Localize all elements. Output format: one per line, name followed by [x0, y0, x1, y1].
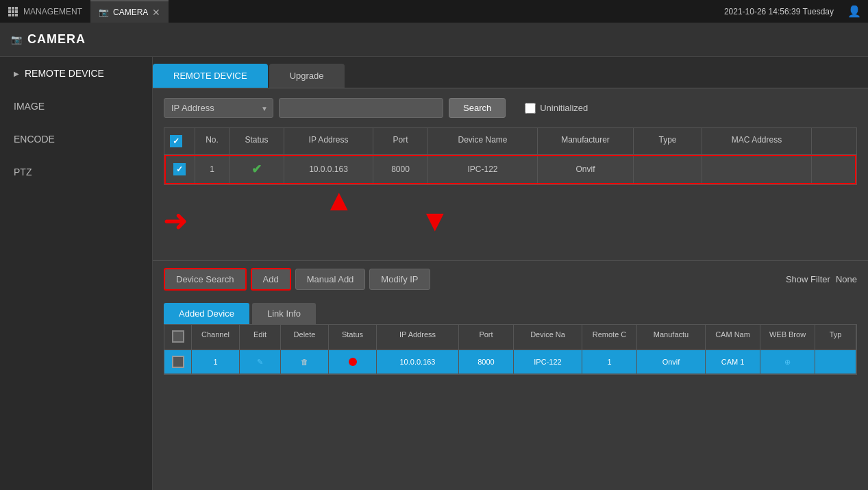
uninitialized-checkbox-group: Uninitialized [525, 103, 588, 114]
uninitialized-label: Uninitialized [540, 103, 588, 113]
col-device-name: Device Name [428, 128, 538, 154]
sidebar-image-label: IMAGE [14, 101, 45, 112]
row-select-checkbox[interactable] [173, 163, 186, 175]
added-row-manufacturer: Onvif [637, 350, 706, 373]
ath-ip: IP Address [377, 325, 459, 350]
ath-channel: Channel [192, 325, 240, 350]
tab-bar: REMOTE DEVICE Upgrade [153, 57, 868, 88]
ath-cam-name: CAM Nam [706, 325, 760, 350]
search-button[interactable]: Search [449, 98, 506, 118]
sidebar-item-remote-device[interactable]: ▶ REMOTE DEVICE [0, 57, 152, 90]
main-layout: ▶ REMOTE DEVICE IMAGE ENCODE PTZ REMOTE … [0, 57, 868, 490]
web-browser-icon[interactable]: ⊕ [784, 358, 791, 367]
sidebar: ▶ REMOTE DEVICE IMAGE ENCODE PTZ [0, 57, 153, 490]
camera-header-title: CAMERA [27, 32, 86, 47]
col-checkbox [164, 128, 195, 154]
search-type-select[interactable]: IP Address [164, 98, 273, 118]
added-row-web-brow[interactable]: ⊕ [760, 350, 815, 373]
added-row-status [329, 350, 377, 373]
grid-icon [8, 7, 18, 16]
camera-tab-icon: 📷 [99, 8, 109, 17]
added-table-row: 1 ✎ 🗑 10.0.0.163 8000 IPC-122 1 Onvif CA… [164, 350, 856, 374]
sidebar-remote-device-label: REMOTE DEVICE [25, 68, 104, 79]
col-mac: MAC Address [702, 128, 812, 154]
show-filter-group: Show Filter None [786, 274, 857, 284]
edit-icon[interactable]: ✎ [257, 358, 263, 367]
ath-manufacturer: Manufactu [637, 325, 706, 350]
tab-upgrade[interactable]: Upgrade [269, 64, 345, 88]
user-icon[interactable]: 👤 [847, 5, 868, 18]
sidebar-ptz-label: PTZ [14, 167, 32, 177]
datetime-display: 2021-10-26 14:56:39 Tuesday [724, 7, 847, 16]
row-status: ✔ [230, 155, 284, 184]
added-row-channel: 1 [192, 350, 240, 373]
camera-header-icon: 📷 [11, 34, 22, 45]
col-type: Type [634, 128, 702, 154]
ath-delete: Delete [281, 325, 329, 350]
tab-remote-device[interactable]: REMOTE DEVICE [153, 64, 268, 88]
added-row-port: 8000 [459, 350, 514, 373]
add-button[interactable]: Add [251, 268, 291, 291]
device-search-button[interactable]: Device Search [164, 268, 247, 291]
row-no: 1 [195, 155, 230, 184]
uninitialized-checkbox[interactable] [525, 103, 536, 114]
arrow-right-indicator: ➜ [163, 206, 188, 236]
camera-tab-label: CAMERA [113, 8, 148, 17]
ath-edit: Edit [240, 325, 281, 350]
col-ip: IP Address [284, 128, 373, 154]
added-row-type [815, 350, 856, 373]
added-row-ip: 10.0.0.163 [377, 350, 459, 373]
manual-add-button[interactable]: Manual Add [295, 269, 366, 290]
added-row-edit[interactable]: ✎ [240, 350, 281, 373]
device-table: No. Status IP Address Port Device Name M… [164, 127, 857, 185]
ath-remote-c: Remote C [582, 325, 637, 350]
added-row-delete[interactable]: 🗑 [281, 350, 329, 373]
ath-status: Status [329, 325, 377, 350]
arrow-up-indicator: ▲ [324, 185, 354, 215]
row-mac [702, 155, 812, 184]
device-table-header: No. Status IP Address Port Device Name M… [164, 128, 856, 155]
filter-value: None [836, 274, 857, 284]
row-ip: 10.0.0.163 [284, 155, 373, 184]
row-device-name: IPC-122 [428, 155, 538, 184]
device-table-row: 1 ✔ 10.0.0.163 8000 IPC-122 Onvif [164, 155, 856, 184]
arrow-down-indicator: ▼ [420, 206, 450, 236]
row-type [634, 155, 702, 184]
select-all-checkbox[interactable] [170, 135, 182, 147]
sidebar-encode-label: ENCODE [14, 134, 55, 145]
management-label: MANAGEMENT [23, 7, 82, 16]
action-bar: Device Search Add Manual Add Modify IP S… [153, 260, 868, 297]
added-row-checkbox[interactable] [164, 350, 192, 373]
main-content: REMOTE DEVICE Upgrade IP Address Search … [153, 57, 868, 490]
search-type-wrapper: IP Address [164, 98, 273, 118]
added-row-cam-name: CAM 1 [706, 350, 760, 373]
ath-type: Typ [815, 325, 856, 350]
added-row-select[interactable] [172, 356, 184, 368]
added-row-remote-c: 1 [582, 350, 637, 373]
col-port: Port [373, 128, 428, 154]
close-tab-button[interactable]: ✕ [152, 7, 160, 18]
sidebar-item-encode[interactable]: ENCODE [0, 123, 152, 156]
tab-added-device[interactable]: Added Device [164, 303, 249, 324]
row-checkbox[interactable] [164, 155, 195, 184]
added-select-all[interactable] [172, 330, 184, 343]
sidebar-item-ptz[interactable]: PTZ [0, 156, 152, 188]
ath-port: Port [459, 325, 514, 350]
management-tab[interactable]: MANAGEMENT [0, 7, 90, 16]
delete-icon[interactable]: 🗑 [301, 358, 308, 366]
col-no: No. [195, 128, 230, 154]
ath-device-name: Device Na [514, 325, 582, 350]
col-status: Status [230, 128, 284, 154]
row-manufacturer: Onvif [538, 155, 634, 184]
tab-link-info[interactable]: Link Info [252, 303, 316, 324]
camera-tab[interactable]: 📷 CAMERA ✕ [90, 0, 169, 23]
modify-ip-button[interactable]: Modify IP [369, 269, 430, 290]
added-row-device-name: IPC-122 [514, 350, 582, 373]
col-manufacturer: Manufacturer [538, 128, 634, 154]
show-filter-label: Show Filter [786, 274, 830, 284]
added-device-table: Channel Edit Delete Status IP Address Po… [164, 324, 857, 375]
added-table-header: Channel Edit Delete Status IP Address Po… [164, 325, 856, 350]
sidebar-item-image[interactable]: IMAGE [0, 90, 152, 123]
search-input[interactable] [279, 98, 443, 118]
title-bar: MANAGEMENT 📷 CAMERA ✕ 2021-10-26 14:56:3… [0, 0, 868, 23]
